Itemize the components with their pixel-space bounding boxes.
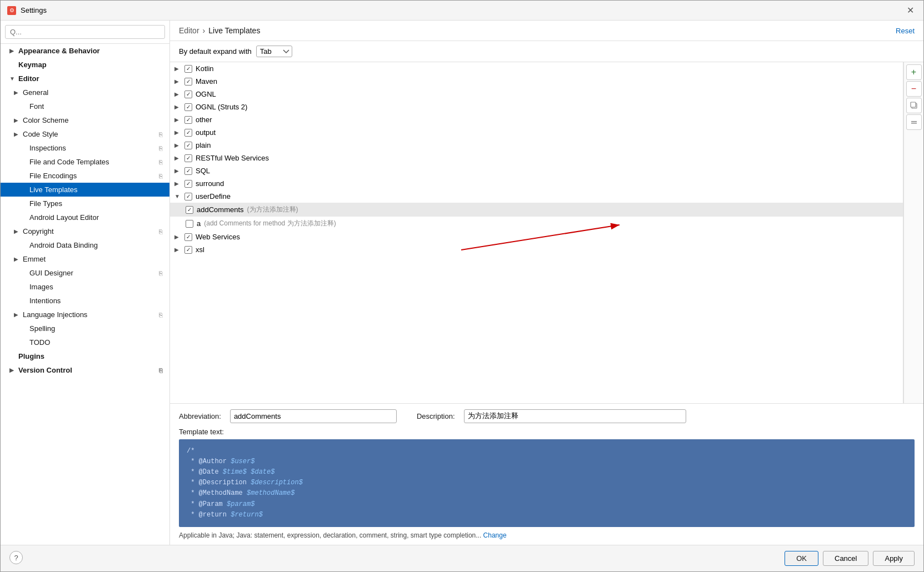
template-item-addcomments[interactable]: addComments (为方法添加注释) bbox=[170, 203, 903, 217]
sidebar-item-live-templates[interactable]: Live Templates bbox=[1, 183, 169, 197]
var-date: $date$ bbox=[251, 468, 274, 476]
content-area: ▶ Appearance & Behavior Keymap ▼ Editor … bbox=[1, 21, 923, 545]
sidebar-item-font[interactable]: Font bbox=[1, 99, 169, 113]
title-bar-left: ⚙ Settings bbox=[7, 6, 47, 15]
sidebar-item-file-code-templates[interactable]: File and Code Templates ⎘ bbox=[1, 155, 169, 169]
group-label: Kotlin bbox=[196, 64, 214, 73]
expand-arrow-icon: ▶ bbox=[174, 168, 181, 174]
item-desc: (add Comments for method 为方法添加注释) bbox=[204, 219, 336, 228]
sidebar-item-copyright[interactable]: ▶ Copyright ⎘ bbox=[1, 224, 169, 238]
breadcrumb-parent: Editor bbox=[179, 26, 199, 35]
item-checkbox[interactable] bbox=[186, 206, 193, 214]
description-label: Description: bbox=[417, 412, 455, 420]
app-icon: ⚙ bbox=[7, 6, 16, 15]
help-button[interactable]: ? bbox=[9, 551, 23, 564]
remove-template-button[interactable]: − bbox=[906, 81, 922, 97]
group-web-services[interactable]: ▶ Web Services bbox=[170, 230, 903, 243]
sidebar-item-gui-designer[interactable]: GUI Designer ⎘ bbox=[1, 266, 169, 280]
group-label: OGNL bbox=[196, 90, 216, 98]
sidebar-item-file-types[interactable]: File Types bbox=[1, 197, 169, 210]
expand-arrow-icon: ▶ bbox=[174, 155, 181, 161]
group-restful[interactable]: ▶ RESTful Web Services bbox=[170, 152, 903, 164]
group-checkbox[interactable] bbox=[184, 142, 192, 149]
sidebar-item-intentions[interactable]: Intentions bbox=[1, 294, 169, 308]
group-checkbox[interactable] bbox=[184, 103, 192, 111]
group-checkbox[interactable] bbox=[184, 246, 192, 254]
title-bar: ⚙ Settings ✕ bbox=[1, 1, 923, 21]
search-input[interactable] bbox=[5, 25, 165, 39]
group-ognl-struts[interactable]: ▶ OGNL (Struts 2) bbox=[170, 101, 903, 113]
copy-template-button[interactable] bbox=[906, 98, 922, 113]
sidebar-item-android-data-binding[interactable]: Android Data Binding bbox=[1, 238, 169, 252]
abbreviation-input[interactable] bbox=[230, 409, 397, 423]
group-sql[interactable]: ▶ SQL bbox=[170, 164, 903, 177]
sidebar-item-label: Keymap bbox=[18, 61, 47, 69]
sidebar-item-language-injections[interactable]: ▶ Language Injections ⎘ bbox=[1, 308, 169, 322]
code-line-6: * @Param $param$ bbox=[187, 499, 907, 510]
item-checkbox[interactable] bbox=[186, 220, 193, 228]
group-checkbox[interactable] bbox=[184, 65, 192, 73]
template-item-a[interactable]: a (add Comments for method 为方法添加注释) bbox=[170, 217, 903, 230]
sidebar-item-todo[interactable]: TODO bbox=[1, 335, 169, 349]
group-checkbox[interactable] bbox=[184, 167, 192, 175]
group-plain[interactable]: ▶ plain bbox=[170, 139, 903, 152]
sidebar-item-plugins[interactable]: Plugins bbox=[1, 349, 169, 363]
add-template-button[interactable]: + bbox=[906, 64, 922, 80]
group-checkbox[interactable] bbox=[184, 78, 192, 86]
template-code-editor[interactable]: /* * @Author $user$ * @Date $time$ $date… bbox=[179, 439, 915, 527]
group-surround[interactable]: ▶ surround bbox=[170, 177, 903, 190]
expand-arrow-icon: ▼ bbox=[174, 193, 181, 199]
group-label: RESTful Web Services bbox=[196, 154, 269, 162]
sidebar-item-file-encodings[interactable]: File Encodings ⎘ bbox=[1, 169, 169, 183]
group-xsl[interactable]: ▶ xsl bbox=[170, 243, 903, 256]
sidebar-item-editor[interactable]: ▼ Editor bbox=[1, 72, 169, 86]
sidebar-item-version-control[interactable]: ▶ Version Control ⎘ bbox=[1, 363, 169, 377]
ok-button[interactable]: OK bbox=[785, 551, 818, 566]
group-checkbox[interactable] bbox=[184, 193, 192, 200]
group-other[interactable]: ▶ other bbox=[170, 113, 903, 126]
close-button[interactable]: ✕ bbox=[903, 4, 917, 17]
code-line-7: * @return $return$ bbox=[187, 510, 907, 520]
sidebar-item-keymap[interactable]: Keymap bbox=[1, 58, 169, 72]
group-checkbox[interactable] bbox=[184, 180, 192, 188]
group-label: OGNL (Struts 2) bbox=[196, 103, 247, 111]
arrow-icon: ▶ bbox=[14, 131, 21, 137]
description-input[interactable] bbox=[464, 409, 686, 423]
var-methodname: $methodName$ bbox=[247, 489, 294, 497]
sidebar-item-images[interactable]: Images bbox=[1, 280, 169, 294]
sidebar-item-android-layout-editor[interactable]: Android Layout Editor bbox=[1, 210, 169, 224]
sidebar-item-label: General bbox=[23, 88, 48, 97]
applicable-text: Applicable in Java; Java: statement, exp… bbox=[179, 531, 481, 539]
expand-select[interactable]: Tab Enter Space bbox=[256, 46, 292, 57]
group-userdefine[interactable]: ▼ userDefine bbox=[170, 190, 903, 203]
cancel-button[interactable]: Cancel bbox=[823, 551, 868, 566]
main-header: Editor › Live Templates Reset bbox=[170, 21, 923, 41]
sidebar-item-appearance[interactable]: ▶ Appearance & Behavior bbox=[1, 44, 169, 58]
group-checkbox[interactable] bbox=[184, 91, 192, 98]
move-template-button[interactable] bbox=[906, 114, 922, 130]
group-output[interactable]: ▶ output bbox=[170, 126, 903, 139]
change-link[interactable]: Change bbox=[483, 531, 507, 539]
copy-icon: ⎘ bbox=[159, 270, 163, 277]
sidebar-item-code-style[interactable]: ▶ Code Style ⎘ bbox=[1, 127, 169, 141]
group-checkbox[interactable] bbox=[184, 129, 192, 137]
apply-button[interactable]: Apply bbox=[873, 551, 915, 566]
group-label: xsl bbox=[196, 245, 204, 254]
group-checkbox[interactable] bbox=[184, 233, 192, 241]
sidebar-item-label: Plugins bbox=[18, 352, 44, 360]
sidebar-item-general[interactable]: ▶ General bbox=[1, 86, 169, 99]
group-label: Maven bbox=[196, 77, 217, 86]
group-maven[interactable]: ▶ Maven bbox=[170, 75, 903, 88]
sidebar-item-emmet[interactable]: ▶ Emmet bbox=[1, 252, 169, 266]
reset-button[interactable]: Reset bbox=[896, 27, 915, 35]
sidebar-item-spelling[interactable]: Spelling bbox=[1, 322, 169, 335]
expand-arrow-icon: ▶ bbox=[174, 78, 181, 84]
group-checkbox[interactable] bbox=[184, 116, 192, 124]
templates-toolbar: + − bbox=[903, 62, 923, 403]
sidebar-item-inspections[interactable]: Inspections ⎘ bbox=[1, 141, 169, 155]
group-checkbox[interactable] bbox=[184, 154, 192, 162]
group-ognl[interactable]: ▶ OGNL bbox=[170, 88, 903, 101]
group-kotlin[interactable]: ▶ Kotlin bbox=[170, 62, 903, 75]
sidebar-item-color-scheme[interactable]: ▶ Color Scheme bbox=[1, 113, 169, 127]
code-line-3: * @Date $time$ $date$ bbox=[187, 467, 907, 478]
